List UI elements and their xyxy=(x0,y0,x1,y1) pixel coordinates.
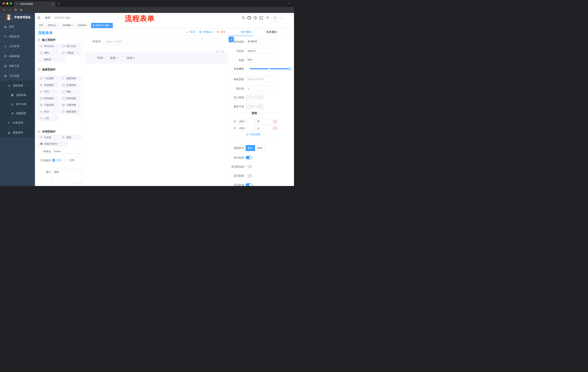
max-select-value[interactable]: 最多可选 xyxy=(251,104,259,109)
sidebar-item-user-group[interactable]: 用户分组 xyxy=(0,100,35,109)
font-size-icon[interactable] xyxy=(265,16,269,20)
chip-time-picker[interactable]: 时间选择 xyxy=(38,96,59,101)
chip-select[interactable]: 下拉选择 xyxy=(38,75,59,81)
style-button-button[interactable]: 按钮 xyxy=(255,145,265,151)
chip-checkbox-group[interactable]: 多选框组 xyxy=(60,82,81,88)
chip-single-text[interactable]: 单行文本 xyxy=(38,43,59,49)
disabled-switch[interactable] xyxy=(246,174,252,177)
sidebar-item-task-mgmt[interactable]: 任务管理 xyxy=(0,118,35,128)
chip-slider[interactable]: 滑块 xyxy=(60,89,81,95)
chip-upload[interactable]: 上传 xyxy=(38,115,59,121)
close-icon[interactable]: × xyxy=(110,24,111,27)
close-icon[interactable]: × xyxy=(72,24,74,27)
window-controls[interactable] xyxy=(2,2,12,5)
collapse-sidebar-icon[interactable] xyxy=(37,16,41,20)
chip-row-container[interactable]: 行容器 xyxy=(38,135,59,140)
chip-editor[interactable]: 编辑器 xyxy=(38,57,65,62)
field-name-input[interactable] xyxy=(246,48,277,53)
chip-color-picker[interactable]: 颜色选择 xyxy=(60,109,81,115)
option2-value-input[interactable] xyxy=(255,125,273,131)
chip-password[interactable]: 密码 xyxy=(38,50,59,56)
sidebar-item-payment[interactable]: 支付管理 xyxy=(0,42,35,51)
style-default-button[interactable]: 默认 xyxy=(246,145,255,151)
tab-form-props[interactable]: 表单属性 xyxy=(262,30,281,34)
maximize-window-button[interactable] xyxy=(10,2,12,5)
option1-label-input[interactable] xyxy=(237,119,255,124)
textarea-resize-handle[interactable] xyxy=(79,182,81,184)
chip-date-range[interactable]: 日期范围 xyxy=(60,102,81,108)
drag-handle-icon[interactable] xyxy=(234,127,236,129)
phone-input[interactable] xyxy=(104,38,219,45)
radio-off[interactable] xyxy=(65,159,68,162)
chip-counter[interactable]: 计数器 xyxy=(60,50,81,56)
tag-process-form-edit[interactable]: 流程表单-编辑× xyxy=(91,23,113,28)
default-value-input[interactable] xyxy=(246,85,277,91)
required-switch[interactable] xyxy=(246,183,252,186)
caret-down-icon[interactable] xyxy=(281,17,283,19)
chip-cascader[interactable]: 级联选择 xyxy=(60,75,81,81)
drag-handle-icon[interactable] xyxy=(234,120,236,123)
close-window-button[interactable] xyxy=(2,2,5,5)
github-icon[interactable] xyxy=(247,16,251,20)
help-icon[interactable] xyxy=(253,16,257,20)
grid-slider-track[interactable] xyxy=(250,68,291,69)
avatar[interactable] xyxy=(272,14,279,21)
form-remark-textarea[interactable]: 嘿嘿 xyxy=(52,169,82,184)
save-button[interactable]: 保存 xyxy=(186,30,195,34)
form-name-input[interactable] xyxy=(52,149,82,154)
sidebar-item-system[interactable]: 系统管理 xyxy=(0,32,35,42)
sidebar-item-leave-query[interactable]: 请假查询 xyxy=(0,128,35,138)
border-switch[interactable] xyxy=(246,165,252,168)
fullscreen-icon[interactable] xyxy=(259,16,263,20)
sidebar-item-process-model[interactable]: 流程模型 xyxy=(0,109,35,118)
home-icon[interactable] xyxy=(20,8,23,11)
remove-option-icon[interactable] xyxy=(273,126,277,130)
chevron-down-icon[interactable] xyxy=(288,2,291,5)
title-input[interactable] xyxy=(246,57,277,63)
clear-button[interactable]: 清空 xyxy=(217,30,226,34)
decrease-button[interactable]: − xyxy=(246,104,251,109)
show-label-switch[interactable] xyxy=(246,156,252,159)
chip-table[interactable]: 表格[开发中] xyxy=(38,141,68,147)
sidebar-logo[interactable]: 芋道管理系统 xyxy=(0,13,35,22)
component-type-select[interactable]: 多选框组 xyxy=(246,39,277,44)
label-width-input[interactable] xyxy=(246,76,277,82)
back-icon[interactable] xyxy=(2,8,6,11)
tag-process-definition[interactable]: 流程定义× xyxy=(46,23,60,28)
checkbox-option2-label[interactable]: 选项二 xyxy=(127,56,135,60)
sidebar-item-infrastructure[interactable]: 基础设施 xyxy=(0,51,35,61)
chip-multi-text[interactable]: 多行文本 xyxy=(60,43,81,49)
option2-label-input[interactable] xyxy=(237,125,255,131)
add-option-button[interactable]: 添加选项 xyxy=(246,133,260,136)
browser-tab[interactable]: 芋道管理系统 ✕ xyxy=(14,1,56,7)
close-tab-icon[interactable]: ✕ xyxy=(52,3,54,5)
sidebar-item-process-form[interactable]: 流程表单 xyxy=(0,91,35,100)
reload-icon[interactable] xyxy=(14,8,17,11)
radio-on[interactable] xyxy=(52,159,55,162)
chip-switch[interactable]: 开关 xyxy=(38,89,59,95)
chip-time-range[interactable]: 时间范围 xyxy=(60,96,81,101)
minimize-window-button[interactable] xyxy=(6,2,8,5)
close-icon[interactable]: × xyxy=(57,24,58,27)
close-icon[interactable]: × xyxy=(87,24,89,27)
increase-button[interactable]: + xyxy=(259,104,263,109)
sidebar-item-home[interactable]: 首页 xyxy=(0,22,35,32)
radio-on-label[interactable]: 开启 xyxy=(56,159,61,162)
new-tab-button[interactable]: + xyxy=(58,1,60,6)
tag-process-form[interactable]: 流程表单× xyxy=(76,23,90,28)
grid-slider-handle[interactable] xyxy=(288,67,291,70)
remove-option-icon[interactable] xyxy=(273,120,277,123)
decrease-button[interactable]: − xyxy=(246,95,251,100)
checkbox-option1-label[interactable]: 选项一 xyxy=(110,56,118,60)
forward-icon[interactable] xyxy=(8,8,11,11)
sidebar-item-devtools[interactable]: 研发工具 xyxy=(0,61,35,71)
tag-process-model[interactable]: 流程模型× xyxy=(61,23,75,28)
increase-button[interactable]: + xyxy=(259,95,263,100)
breadcrumb-home[interactable]: 首页 xyxy=(45,16,50,19)
chip-date-picker[interactable]: 日期选择 xyxy=(38,102,59,108)
search-icon[interactable] xyxy=(242,16,245,20)
sidebar-item-process-mgmt[interactable]: 流程管理 xyxy=(0,81,35,91)
chip-button[interactable]: 按钮 xyxy=(60,135,81,140)
tag-home[interactable]: 首页 xyxy=(37,23,45,28)
view-json-button[interactable]: 查看json xyxy=(199,30,213,34)
